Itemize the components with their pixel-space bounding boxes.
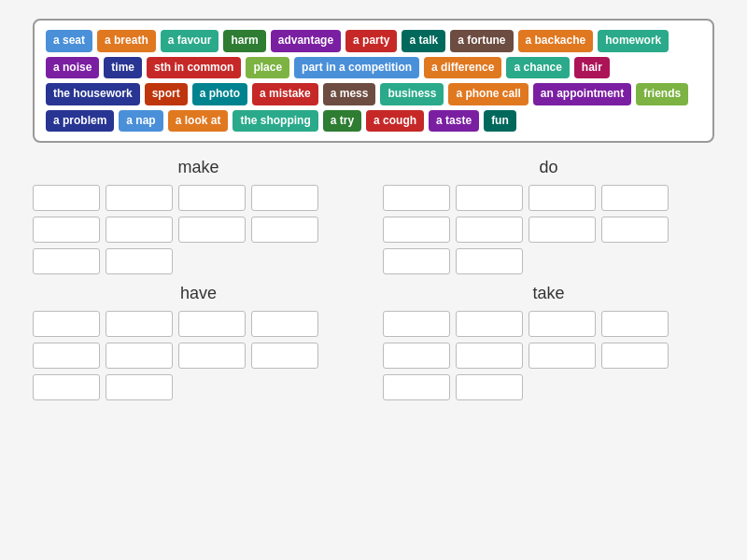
word-tile[interactable]: a mess: [323, 83, 376, 105]
do-title: do: [539, 158, 557, 177]
drop-box[interactable]: [251, 311, 318, 337]
make-section: make: [33, 158, 364, 274]
drop-box[interactable]: [106, 343, 173, 369]
have-row-2: [33, 343, 364, 369]
drop-box[interactable]: [106, 311, 173, 337]
drop-box[interactable]: [33, 248, 100, 274]
drop-box[interactable]: [456, 248, 523, 274]
drop-box[interactable]: [383, 217, 450, 243]
make-row-2: [33, 217, 364, 243]
word-tile[interactable]: a look at: [168, 110, 229, 133]
drop-box[interactable]: [178, 185, 246, 211]
word-tile[interactable]: a taste: [429, 110, 479, 133]
word-tile[interactable]: a photo: [192, 83, 247, 105]
word-tile[interactable]: friends: [636, 83, 688, 105]
word-tile[interactable]: a party: [345, 30, 397, 52]
word-tile[interactable]: harm: [223, 30, 265, 52]
word-tile[interactable]: a breath: [97, 30, 156, 52]
drop-box[interactable]: [33, 374, 100, 400]
drop-box[interactable]: [33, 311, 100, 337]
word-tile[interactable]: an appointment: [533, 83, 631, 105]
drop-box[interactable]: [601, 185, 669, 211]
do-row-1: [383, 185, 714, 211]
word-tile[interactable]: a problem: [46, 110, 114, 133]
word-tile[interactable]: homework: [598, 30, 669, 52]
drop-box[interactable]: [456, 217, 523, 243]
drop-box[interactable]: [106, 248, 173, 274]
drop-box[interactable]: [33, 343, 100, 369]
word-tile[interactable]: sth in common: [147, 57, 241, 79]
drop-box[interactable]: [601, 311, 669, 337]
word-tile[interactable]: the shopping: [233, 110, 317, 133]
word-tile[interactable]: a try: [323, 110, 361, 133]
drop-box[interactable]: [456, 185, 523, 211]
word-tile[interactable]: a phone call: [448, 83, 528, 105]
word-tile[interactable]: a backache: [518, 30, 594, 52]
word-tile[interactable]: a favour: [161, 30, 219, 52]
word-tile[interactable]: advantage: [271, 30, 341, 52]
drop-box[interactable]: [106, 217, 173, 243]
have-section: have: [33, 284, 364, 400]
word-tile[interactable]: hair: [574, 57, 610, 79]
word-tile[interactable]: fun: [484, 110, 516, 133]
tiles-area: a seata breatha favourharmadvantagea par…: [33, 19, 714, 143]
drop-box[interactable]: [456, 311, 523, 337]
make-row-1: [33, 185, 364, 211]
drop-box[interactable]: [456, 374, 523, 400]
drop-box[interactable]: [383, 185, 450, 211]
drop-box[interactable]: [601, 343, 669, 369]
drop-box[interactable]: [33, 217, 100, 243]
take-row-1: [383, 311, 714, 337]
drop-box[interactable]: [178, 343, 246, 369]
take-row-3: [383, 374, 714, 400]
word-tile[interactable]: the housework: [46, 83, 140, 105]
drop-box[interactable]: [178, 217, 246, 243]
drop-box[interactable]: [601, 217, 669, 243]
word-tile[interactable]: a difference: [424, 57, 501, 79]
zones-wrapper: make do: [33, 158, 714, 274]
drop-box[interactable]: [251, 217, 318, 243]
drop-box[interactable]: [529, 311, 596, 337]
have-row-3: [33, 374, 364, 400]
drop-box[interactable]: [106, 185, 173, 211]
word-tile[interactable]: a talk: [402, 30, 445, 52]
word-tile[interactable]: a nap: [119, 110, 162, 133]
do-row-2: [383, 217, 714, 243]
have-row-1: [33, 311, 364, 337]
make-title: make: [177, 158, 218, 177]
drop-box[interactable]: [251, 185, 318, 211]
drop-box[interactable]: [383, 311, 450, 337]
word-tile[interactable]: time: [104, 57, 142, 79]
make-row-3: [33, 248, 364, 274]
word-tile[interactable]: sport: [145, 83, 188, 105]
drop-box[interactable]: [456, 343, 523, 369]
word-tile[interactable]: a seat: [46, 30, 92, 52]
word-tile[interactable]: a mistake: [252, 83, 318, 105]
drop-box[interactable]: [529, 343, 596, 369]
word-tile[interactable]: part in a competition: [294, 57, 419, 79]
have-drop-rows: [33, 311, 364, 400]
do-section: do: [383, 158, 714, 274]
have-title: have: [180, 284, 217, 303]
do-drop-rows: [383, 185, 714, 274]
drop-box[interactable]: [106, 374, 173, 400]
take-row-2: [383, 343, 714, 369]
make-drop-rows: [33, 185, 364, 274]
word-tile[interactable]: a chance: [506, 57, 569, 79]
drop-box[interactable]: [383, 343, 450, 369]
word-tile[interactable]: business: [380, 83, 444, 105]
drop-box[interactable]: [33, 185, 100, 211]
zones-wrapper-2: have take: [33, 284, 714, 400]
drop-box[interactable]: [178, 311, 246, 337]
word-tile[interactable]: a noise: [46, 57, 99, 79]
drop-box[interactable]: [251, 343, 318, 369]
drop-box[interactable]: [529, 185, 596, 211]
drop-box[interactable]: [383, 374, 450, 400]
take-section: take: [383, 284, 714, 400]
drop-box[interactable]: [529, 217, 596, 243]
word-tile[interactable]: a fortune: [450, 30, 513, 52]
word-tile[interactable]: a cough: [366, 110, 424, 133]
take-title: take: [532, 284, 564, 303]
drop-box[interactable]: [383, 248, 450, 274]
word-tile[interactable]: place: [246, 57, 289, 79]
